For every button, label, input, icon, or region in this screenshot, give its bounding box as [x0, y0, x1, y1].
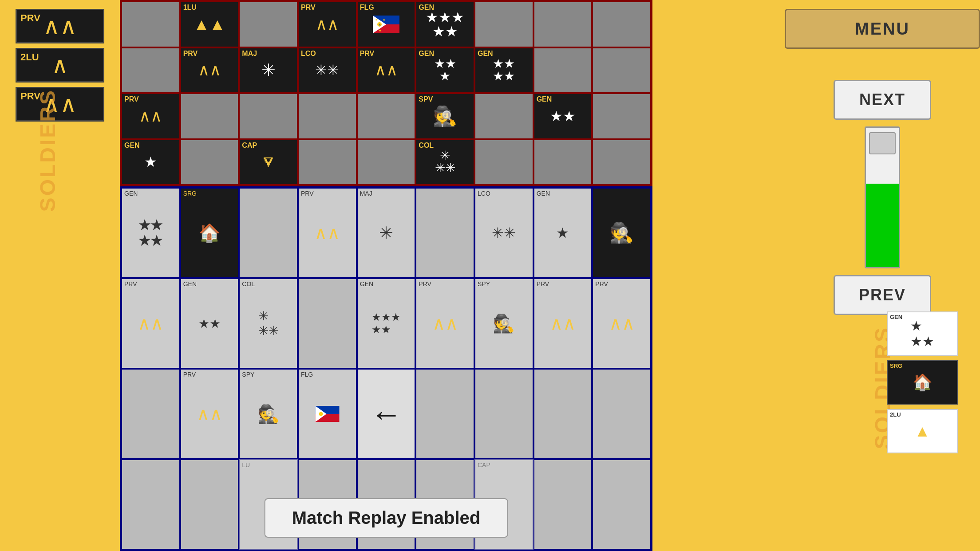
progress-bar[interactable] [865, 126, 900, 268]
rank-label-prv-1: PRV [20, 12, 40, 24]
philippine-flag: ☀ ★ ★ ★ [373, 16, 399, 33]
enemy-cell-r1c1[interactable] [121, 1, 180, 47]
svg-text:☀: ☀ [378, 23, 381, 27]
player-cell-r3c2[interactable]: PRV ∧∧ [180, 369, 239, 459]
enemy-cell-r3c2[interactable] [180, 93, 239, 139]
svg-text:★: ★ [379, 29, 381, 32]
enemy-cell-r2c4[interactable]: LCO ✳✳ [298, 47, 357, 94]
mini-card-2lu[interactable]: 2LU ▲ [887, 409, 958, 453]
player-cell-r3c5-arrow[interactable]: ← [357, 369, 416, 459]
player-cell-r4c1[interactable] [121, 459, 180, 550]
player-cell-r1c6[interactable] [415, 188, 474, 278]
enemy-cell-r2c5[interactable]: PRV ∧∧ [357, 47, 416, 94]
flag-icon [315, 406, 340, 422]
enemy-cell-r3c7[interactable] [474, 93, 533, 139]
enemy-cell-r3c3[interactable] [239, 93, 298, 139]
enemy-cell-r4c5[interactable] [357, 139, 416, 185]
enemy-cell-r4c6[interactable]: COL ✳✳✳ [415, 139, 474, 185]
enemy-cell-r2c2[interactable]: PRV ∧∧ [180, 47, 239, 94]
progress-fill [866, 184, 899, 267]
player-cell-r4c2[interactable] [180, 459, 239, 550]
enemy-cell-r4c3[interactable]: CAP ⛛ [239, 139, 298, 185]
progress-thumb[interactable] [869, 132, 896, 154]
left-rank-card-2: 2LU ∧ [16, 48, 104, 83]
player-cell-r2c7-spy[interactable]: SPY 🕵 [474, 278, 533, 369]
enemy-cell-r3c8[interactable]: GEN ★★ [533, 93, 593, 139]
enemy-cell-r1c2[interactable]: 1LU ▲▲ [180, 1, 239, 47]
enemy-cell-r3c9[interactable] [592, 93, 651, 139]
enemy-cell-r2c9[interactable] [592, 47, 651, 94]
player-cell-r2c8[interactable]: PRV ∧∧ [533, 278, 593, 369]
prev-button[interactable]: PREV [834, 275, 931, 315]
enemy-cell-r2c8[interactable] [533, 47, 593, 94]
arrow-left-icon: ← [370, 396, 402, 432]
player-cell-r1c2[interactable]: SRG 🏠 [180, 188, 239, 278]
player-board: GEN ★★★★ SRG 🏠 PRV ∧∧ MAJ ✳ LCO ✳✳ GEN ★… [120, 186, 652, 551]
enemy-cell-r3c6-spy[interactable]: SPV 🕵 [415, 93, 474, 139]
enemy-cell-r1c3[interactable] [239, 1, 298, 47]
notification-banner: Match Replay Enabled [265, 498, 508, 538]
menu-button[interactable]: MENU [785, 9, 980, 49]
player-cell-r1c9-spy[interactable]: 🕵 [592, 188, 651, 278]
rank-label-2lu: 2LU [20, 51, 39, 63]
player-cell-r1c7[interactable]: LCO ✳✳ [474, 188, 533, 278]
enemy-cell-r1c6[interactable]: GEN ★★★★★ [415, 1, 474, 47]
enemy-cell-r4c2[interactable] [180, 139, 239, 185]
player-cell-r3c8[interactable] [533, 369, 593, 459]
enemy-cell-r4c8[interactable] [533, 139, 593, 185]
player-cell-r3c1[interactable] [121, 369, 180, 459]
next-button[interactable]: NEXT [834, 80, 931, 120]
mini-card-srg[interactable]: SRG 🏠 [887, 360, 958, 405]
enemy-cell-r1c7[interactable] [474, 1, 533, 47]
player-cell-r1c8[interactable]: GEN ★ [533, 188, 593, 278]
enemy-cell-r1c4[interactable]: PRV ∧∧ [298, 1, 357, 47]
left-rank-card-3: PRV ∧∧ [16, 87, 104, 122]
player-cell-r2c9[interactable]: PRV ∧∧ [592, 278, 651, 369]
player-cell-r3c6[interactable] [415, 369, 474, 459]
enemy-cell-r2c6[interactable]: GEN ★★★ [415, 47, 474, 94]
player-cell-r1c3[interactable] [239, 188, 298, 278]
left-sidebar: PRV ∧∧ 2LU ∧ PRV ∧∧ SOLDIERS [0, 0, 120, 551]
enemy-cell-r3c5[interactable] [357, 93, 416, 139]
player-cell-r3c4-flag[interactable]: FLG [298, 369, 357, 459]
enemy-cell-r1c8[interactable] [533, 1, 593, 47]
player-cell-r1c1[interactable]: GEN ★★★★ [121, 188, 180, 278]
player-cell-r1c5[interactable]: MAJ ✳ [357, 188, 416, 278]
notification-text: Match Replay Enabled [292, 508, 481, 527]
enemy-board: 1LU ▲▲ PRV ∧∧ FLG ☀ ★ ★ ★ GEN ★★★★★ [120, 0, 652, 186]
enemy-cell-r1c5-flag[interactable]: FLG ☀ ★ ★ ★ [357, 1, 416, 47]
player-cell-r2c6[interactable]: PRV ∧∧ [415, 278, 474, 369]
player-cell-r3c7[interactable] [474, 369, 533, 459]
main-board: 1LU ▲▲ PRV ∧∧ FLG ☀ ★ ★ ★ GEN ★★★★★ [120, 0, 652, 551]
player-cell-r3c9[interactable] [592, 369, 651, 459]
player-cell-r1c4[interactable]: PRV ∧∧ [298, 188, 357, 278]
enemy-cell-r1c9[interactable] [592, 1, 651, 47]
rank-symbol-1: ∧∧ [43, 15, 77, 38]
mini-cards-area: GEN ★★★ SRG 🏠 2LU ▲ [887, 311, 958, 453]
soldiers-label-left: SOLDIERS [36, 89, 60, 212]
enemy-cell-r4c9[interactable] [592, 139, 651, 185]
player-cell-r2c3[interactable]: COL ✳✳✳ [239, 278, 298, 369]
enemy-cell-r2c3[interactable]: MAJ ✳ [239, 47, 298, 94]
player-cell-r2c4[interactable] [298, 278, 357, 369]
enemy-cell-r3c4[interactable] [298, 93, 357, 139]
player-cell-r2c2[interactable]: GEN ★★ [180, 278, 239, 369]
left-rank-card-1: PRV ∧∧ [16, 9, 104, 43]
mini-card-gen[interactable]: GEN ★★★ [887, 311, 958, 356]
enemy-cell-r4c4[interactable] [298, 139, 357, 185]
enemy-cell-r3c1[interactable]: PRV ∧∧ [121, 93, 180, 139]
enemy-cell-r2c1[interactable] [121, 47, 180, 94]
rank-symbol-2: ∧ [51, 54, 68, 77]
svg-text:★: ★ [375, 18, 378, 21]
enemy-cell-r2c7[interactable]: GEN ★★★★ [474, 47, 533, 94]
svg-text:★: ★ [383, 18, 385, 21]
player-cell-r4c9[interactable] [592, 459, 651, 550]
svg-point-11 [319, 412, 323, 416]
player-cell-r3c3-spy[interactable]: SPY 🕵 [239, 369, 298, 459]
enemy-cell-r4c1[interactable]: GEN ★ [121, 139, 180, 185]
right-controls: MENU NEXT PREV SOLDIERS GEN ★★★ SRG 🏠 2L… [798, 0, 967, 551]
player-cell-r2c1[interactable]: PRV ∧∧ [121, 278, 180, 369]
enemy-cell-r4c7[interactable] [474, 139, 533, 185]
player-cell-r4c8[interactable] [533, 459, 593, 550]
player-cell-r2c5[interactable]: GEN ★★★★★ [357, 278, 416, 369]
